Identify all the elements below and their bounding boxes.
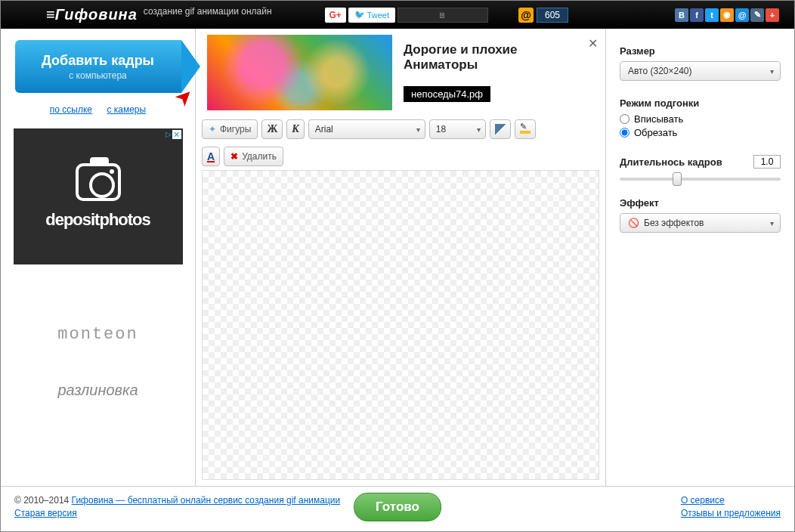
fit-mode-group: Режим подгонки Вписывать Обрезать: [620, 97, 781, 138]
counter-value: 605: [537, 8, 568, 23]
stroke-color-button[interactable]: [490, 119, 511, 139]
tweet-button[interactable]: 🐦Tweet: [348, 8, 395, 23]
bold-label: Ж: [267, 123, 277, 135]
old-version-link[interactable]: Старая версия: [14, 508, 340, 518]
facebook-icon[interactable]: f: [690, 8, 704, 22]
effect-value: Без эффектов: [644, 218, 704, 228]
effect-label: Эффект: [620, 197, 781, 209]
shapes-button[interactable]: ✦Фигуры: [202, 119, 258, 139]
site-tagline: создание gif анимации онлайн: [144, 6, 272, 17]
delete-x-icon: ✖: [230, 151, 238, 162]
highlight-icon: [520, 131, 531, 134]
twitter-share-icon[interactable]: t: [705, 8, 719, 22]
duration-label: Длительнось кадров: [620, 156, 722, 168]
google-plus-button[interactable]: G+: [325, 8, 346, 23]
copyright-text: © 2010–2014: [14, 495, 72, 506]
add-frames-title: Добавить кадры: [42, 53, 154, 69]
add-by-url-link[interactable]: по ссылке: [50, 104, 92, 115]
italic-label: К: [292, 123, 299, 135]
bold-button[interactable]: Ж: [261, 119, 283, 139]
size-value: Авто (320×240): [628, 66, 692, 76]
banner-image: [207, 35, 392, 110]
fit-mode-label: Режим подгонки: [620, 97, 781, 109]
duration-slider[interactable]: [620, 178, 781, 181]
italic-button[interactable]: К: [286, 119, 305, 139]
sidebar-text-razlinovka[interactable]: разлиновка: [57, 382, 138, 399]
font-select[interactable]: Arial: [308, 119, 425, 139]
social-icons-row: B f t ◉ @ ✎ +: [675, 8, 779, 22]
highlight-button[interactable]: [515, 119, 536, 139]
ad-close-icon[interactable]: ✕: [172, 130, 181, 139]
duration-input[interactable]: 1.0: [753, 155, 781, 169]
size-select[interactable]: Авто (320×240): [620, 61, 781, 81]
effect-select[interactable]: 🚫Без эффектов: [620, 213, 781, 233]
left-sidebar: Добавить кадры с компьютера ➤ по ссылке …: [1, 29, 196, 486]
footer-right: О сервисе Отзывы и предложения: [681, 495, 781, 518]
mail-counter: @ 605: [518, 8, 568, 23]
footer: © 2010–2014 Гифовина — бесплатный онлайн…: [1, 486, 794, 527]
duration-group: Длительнось кадров 1.0: [620, 155, 781, 181]
editor-column: ✕ Дорогие и плохие Аниматоры непоседы74.…: [196, 29, 605, 486]
fit-inscribe-label: Вписывать: [634, 113, 683, 125]
size-label: Размер: [620, 45, 781, 57]
shapes-label: Фигуры: [220, 124, 251, 135]
footer-main-link[interactable]: Гифовина — бесплатный онлайн сервис созд…: [72, 495, 341, 506]
size-control-group: Размер Авто (320×240): [620, 45, 781, 81]
fit-inscribe-radio[interactable]: Вписывать: [620, 113, 781, 125]
vk-icon[interactable]: B: [675, 8, 688, 22]
slider-thumb[interactable]: [673, 172, 682, 186]
share-buttons: G+ 🐦Tweet 🗎: [325, 8, 488, 23]
editor-toolbar: ✦Фигуры Ж К Arial 18 A ✖Удалить: [196, 116, 605, 170]
shapes-icon: ✦: [209, 124, 216, 135]
font-value: Arial: [315, 124, 333, 135]
ready-button[interactable]: Готово: [354, 493, 441, 521]
site-logo[interactable]: Гифовина: [46, 6, 138, 23]
no-effect-icon: 🚫: [628, 218, 639, 228]
text-color-icon: A: [207, 150, 215, 162]
text-color-button[interactable]: A: [202, 147, 220, 166]
fontsize-value: 18: [436, 124, 446, 135]
settings-panel: Размер Авто (320×240) Режим подгонки Впи…: [605, 29, 794, 486]
delete-label: Удалить: [242, 151, 277, 162]
banner-url: непоседы74.рф: [404, 86, 490, 102]
add-source-links: по ссылке с камеры: [44, 104, 152, 115]
twitter-icon: 🐦: [354, 10, 365, 20]
mailru-icon[interactable]: @: [518, 8, 534, 23]
about-link[interactable]: О сервисе: [681, 495, 725, 506]
livejournal-icon[interactable]: ✎: [750, 8, 764, 22]
fontsize-select[interactable]: 18: [429, 119, 486, 139]
main-area: Добавить кадры с компьютера ➤ по ссылке …: [1, 29, 794, 486]
document-icon: 🗎: [438, 11, 447, 20]
delete-button[interactable]: ✖Удалить: [224, 147, 283, 166]
canvas-workspace[interactable]: [202, 170, 599, 480]
fit-crop-radio[interactable]: Обрезать: [620, 127, 781, 138]
ad-brand-text: depositphotos: [45, 210, 150, 230]
share-widget[interactable]: 🗎: [398, 8, 488, 23]
effect-group: Эффект 🚫Без эффектов: [620, 197, 781, 233]
camera-icon: [76, 163, 121, 201]
pen-icon: [495, 124, 506, 135]
adchoices-icon[interactable]: ▷: [165, 130, 172, 139]
tweet-label: Tweet: [367, 11, 389, 20]
odnoklassniki-icon[interactable]: ◉: [720, 8, 734, 22]
close-icon[interactable]: ✕: [588, 36, 598, 51]
top-banner-ad[interactable]: Дорогие и плохие Аниматоры непоседы74.рф: [196, 29, 605, 116]
fit-crop-label: Обрезать: [634, 127, 677, 138]
mailru-share-icon[interactable]: @: [735, 8, 749, 22]
top-header: Гифовина создание gif анимации онлайн G+…: [1, 1, 794, 29]
addthis-icon[interactable]: +: [766, 8, 779, 22]
feedback-link[interactable]: Отзывы и предложения: [681, 508, 781, 518]
add-frames-button[interactable]: Добавить кадры с компьютера ➤: [15, 40, 181, 93]
sidebar-ad[interactable]: ▷ ✕ depositphotos: [14, 128, 183, 264]
banner-title: Дорогие и плохие Аниматоры: [404, 42, 594, 73]
footer-left: © 2010–2014 Гифовина — бесплатный онлайн…: [14, 495, 340, 518]
add-frames-subtitle: с компьютера: [69, 70, 127, 81]
add-from-camera-link[interactable]: с камеры: [107, 104, 146, 115]
sidebar-text-monteon[interactable]: monteon: [57, 325, 138, 344]
